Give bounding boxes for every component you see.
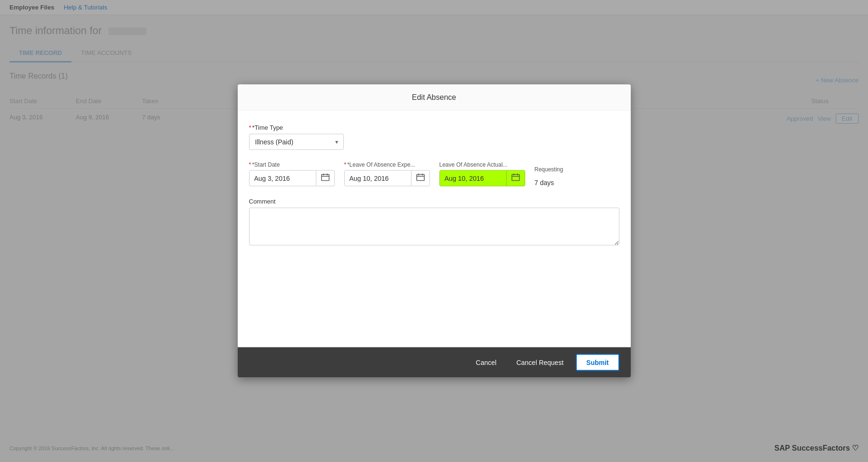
- leave-actual-field: Leave Of Absence Actual...: [439, 161, 525, 187]
- leave-actual-calendar-icon[interactable]: [506, 171, 525, 186]
- leave-expected-field: **Leave Of Absence Expe...: [344, 161, 430, 187]
- time-type-field: **Time Type Illness (Paid)VacationPerson…: [249, 124, 619, 150]
- start-date-label: **Start Date: [249, 161, 335, 168]
- svg-rect-0: [322, 175, 329, 181]
- requesting-label: Requesting: [535, 166, 564, 173]
- requesting-field: Requesting 7 days: [535, 166, 564, 187]
- leave-actual-input[interactable]: [440, 171, 506, 186]
- time-type-label: **Time Type: [249, 124, 619, 131]
- leave-actual-input-wrapper: [439, 170, 525, 187]
- modal-footer: Cancel Cancel Request Submit: [238, 347, 631, 378]
- svg-rect-4: [417, 175, 424, 181]
- leave-expected-calendar-icon[interactable]: [411, 171, 430, 186]
- start-date-calendar-icon[interactable]: [316, 171, 334, 186]
- start-date-input-wrapper: [249, 170, 335, 187]
- date-row: **Start Date: [249, 161, 619, 187]
- modal-title: Edit Absence: [238, 85, 631, 111]
- leave-actual-label: Leave Of Absence Actual...: [439, 161, 525, 168]
- cancel-request-button[interactable]: Cancel Request: [509, 355, 571, 370]
- time-type-select-wrapper: Illness (Paid)VacationPersonal Leave ▾: [249, 134, 344, 150]
- start-date-field: **Start Date: [249, 161, 335, 187]
- svg-rect-8: [512, 175, 519, 181]
- comment-textarea[interactable]: [249, 208, 619, 246]
- leave-expected-input-wrapper: [344, 170, 430, 187]
- comment-label: Comment: [249, 198, 619, 205]
- leave-expected-input[interactable]: [345, 171, 411, 186]
- submit-button[interactable]: Submit: [576, 354, 619, 371]
- start-date-input[interactable]: [250, 171, 316, 186]
- required-star: *: [249, 124, 251, 131]
- cancel-button[interactable]: Cancel: [468, 355, 504, 370]
- comment-field: Comment: [249, 198, 619, 247]
- modal-body: **Time Type Illness (Paid)VacationPerson…: [238, 111, 631, 347]
- time-type-select[interactable]: Illness (Paid)VacationPersonal Leave: [249, 134, 344, 150]
- leave-expected-label: **Leave Of Absence Expe...: [344, 161, 430, 168]
- edit-absence-modal: Edit Absence **Time Type Illness (Paid)V…: [238, 85, 631, 378]
- requesting-value: 7 days: [535, 175, 564, 187]
